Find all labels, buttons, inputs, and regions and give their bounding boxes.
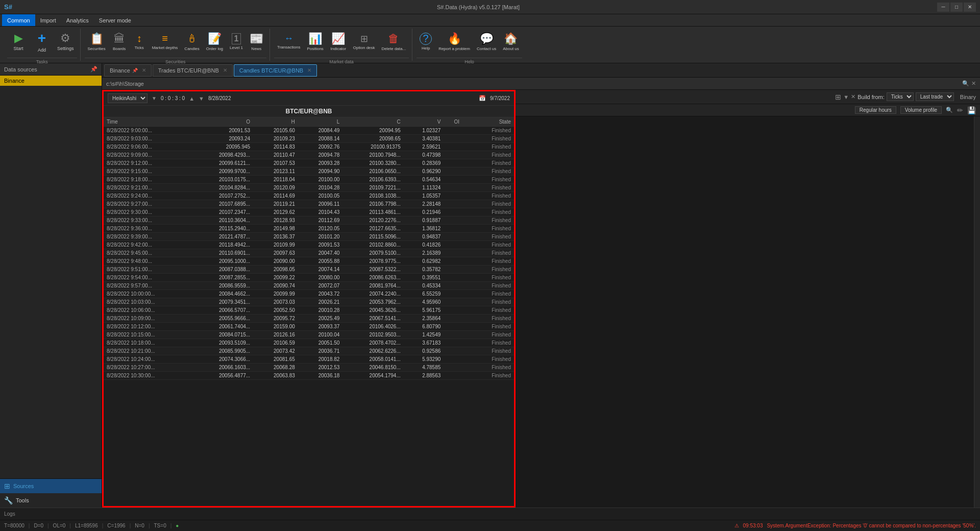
candle-type-select[interactable]: HeikinAshi [108, 93, 148, 103]
menu-server-mode[interactable]: Server mode [94, 14, 136, 26]
delete-data-button[interactable]: 🗑 Delete data... [379, 25, 409, 58]
securities-button[interactable]: 📋 Securities [85, 25, 109, 58]
contact-us-button[interactable]: 💬 Contact us [474, 25, 499, 58]
cell-empty [462, 135, 473, 143]
last-trade-select[interactable]: Last trade [916, 92, 954, 101]
cell-oi [444, 159, 462, 167]
maximize-button[interactable]: □ [950, 3, 963, 12]
cell-o: 20091.53 [192, 127, 253, 135]
cell-v: 0.47398 [404, 151, 444, 159]
cell-time: 8/28/2022 9:24:00... [104, 192, 192, 200]
chart-search-icon[interactable]: 🔍 [946, 107, 953, 113]
cell-h: 20128.93 [253, 216, 298, 225]
sidebar-footer-tools[interactable]: 🔧 Tools [0, 493, 102, 508]
market-depths-button[interactable]: ≡ Market depths [149, 25, 181, 58]
chart-save-icon[interactable]: 💾 [967, 106, 976, 114]
cell-oi [444, 200, 462, 208]
cell-o: 20104.8284... [192, 184, 253, 192]
minimize-button[interactable]: ─ [937, 3, 949, 12]
start-button[interactable]: ▶ Start [7, 25, 30, 58]
close-button[interactable]: ✕ [964, 3, 976, 12]
regular-hours-button[interactable]: Regular hours [855, 106, 896, 114]
build-from-select[interactable]: Ticks [887, 92, 914, 101]
cell-empty [462, 143, 473, 151]
cell-v: 4.95960 [404, 298, 444, 306]
cell-empty [462, 355, 473, 364]
cell-state: Finished [473, 306, 514, 315]
cell-l: 20010.28 [298, 306, 343, 315]
cell-o: 20055.9666... [192, 315, 253, 323]
option-desk-button[interactable]: ⊞ Option desk [350, 25, 378, 58]
volume-profile-button[interactable]: Volume profile [900, 106, 942, 114]
cell-o: 20095.1000... [192, 257, 253, 266]
cell-l: 20100.05 [298, 192, 343, 200]
delete-data-icon: 🗑 [388, 32, 399, 45]
cell-state: Finished [473, 290, 514, 298]
cell-oi [444, 298, 462, 306]
settings-button[interactable]: ⚙ Settings [54, 25, 77, 58]
tab-candles-close[interactable]: ✕ [307, 67, 311, 73]
tab-binance-close[interactable]: ✕ [142, 67, 146, 73]
cell-state: Finished [473, 257, 514, 266]
up-icon[interactable]: ▲ [189, 95, 194, 102]
table-row: 8/28/2022 9:09:00... 20098.4293... 20110… [104, 151, 514, 159]
tab-trades[interactable]: Trades BTC/EUR@BNB ✕ [153, 64, 233, 77]
pin-icon[interactable]: 📌 [90, 66, 97, 73]
menu-common[interactable]: Common [2, 14, 35, 26]
chart-draw-icon[interactable]: ✏ [957, 106, 963, 114]
tab-trades-close[interactable]: ✕ [223, 67, 227, 73]
positions-button[interactable]: 📊 Positions [304, 25, 326, 58]
search-icon[interactable]: 🔍 [962, 80, 969, 87]
table-row: 8/28/2022 10:00:00... 20084.4662... 2009… [104, 290, 514, 298]
cell-empty [462, 249, 473, 257]
help-button[interactable]: ? Help [416, 25, 435, 58]
chart-scrollbar[interactable] [974, 116, 980, 508]
boards-button[interactable]: 🏛 Boards [109, 25, 130, 58]
cell-v: 0.94837 [404, 233, 444, 241]
cell-c: 20106.7798... [342, 200, 403, 208]
cell-empty [462, 233, 473, 241]
cell-time: 8/28/2022 10:21:00... [104, 347, 192, 355]
tab-candles[interactable]: Candles BTC/EUR@BNB ✕ [234, 64, 317, 77]
ticks-button[interactable]: ↕ Ticks [130, 25, 149, 58]
menu-import[interactable]: Import [35, 14, 61, 26]
format-icon[interactable]: ⊞ [835, 93, 841, 101]
candles-button[interactable]: 🕯 Candles [181, 25, 202, 58]
table-row: 8/28/2022 9:48:00... 20095.1000... 20090… [104, 257, 514, 266]
transactions-button[interactable]: ↔ Transactions [274, 25, 304, 58]
chart-dropdown-icon[interactable]: ▼ [843, 94, 849, 100]
table-row: 8/28/2022 9:24:00... 20107.2752... 20114… [104, 192, 514, 200]
tab-binance[interactable]: Binance 📌 ✕ [104, 64, 152, 77]
settings-close-icon[interactable]: ✕ [851, 93, 855, 100]
chevron-down-icon: ▼ [152, 95, 157, 101]
cell-v: 1.11324 [404, 184, 444, 192]
cell-v: 1.02327 [404, 127, 444, 135]
cell-h: 20120.09 [253, 184, 298, 192]
sidebar-footer-sources[interactable]: ⊞ Sources [0, 479, 102, 493]
order-log-button[interactable]: 📝 Order log [203, 25, 226, 58]
cell-empty [462, 159, 473, 167]
path-close-icon[interactable]: ✕ [971, 80, 976, 87]
cell-time: 8/28/2022 9:21:00... [104, 184, 192, 192]
report-problem-button[interactable]: 🔥 Report a problem [435, 25, 473, 58]
toolbar-market-data-group: ↔ Transactions 📊 Positions 📈 Indicator ⊞… [271, 29, 412, 61]
cell-state: Finished [473, 200, 514, 208]
indicator-button[interactable]: 📈 Indicator [327, 25, 350, 58]
calendar-icon[interactable]: 📅 [479, 95, 486, 102]
add-button[interactable]: + Add [31, 25, 53, 58]
cell-time: 8/28/2022 9:12:00... [104, 159, 192, 167]
cell-oi [444, 274, 462, 282]
menu-analytics[interactable]: Analytics [61, 14, 94, 26]
down-icon[interactable]: ▼ [199, 95, 204, 102]
news-button[interactable]: 📰 News [247, 25, 266, 58]
cell-o: 20115.2940... [192, 225, 253, 233]
cell-o: 20093.24 [192, 135, 253, 143]
about-button[interactable]: 🏠 About us [500, 25, 522, 58]
table-row: 8/28/2022 9:39:00... 20121.4787... 20136… [104, 233, 514, 241]
positions-icon: 📊 [308, 32, 322, 45]
cell-v: 1.05357 [404, 192, 444, 200]
ticks-icon: ↕ [137, 33, 142, 44]
sidebar-item-binance[interactable]: Binance [0, 76, 102, 86]
d-status: D=0 [34, 523, 43, 528]
level1-button[interactable]: 1 Level 1 [227, 25, 246, 58]
